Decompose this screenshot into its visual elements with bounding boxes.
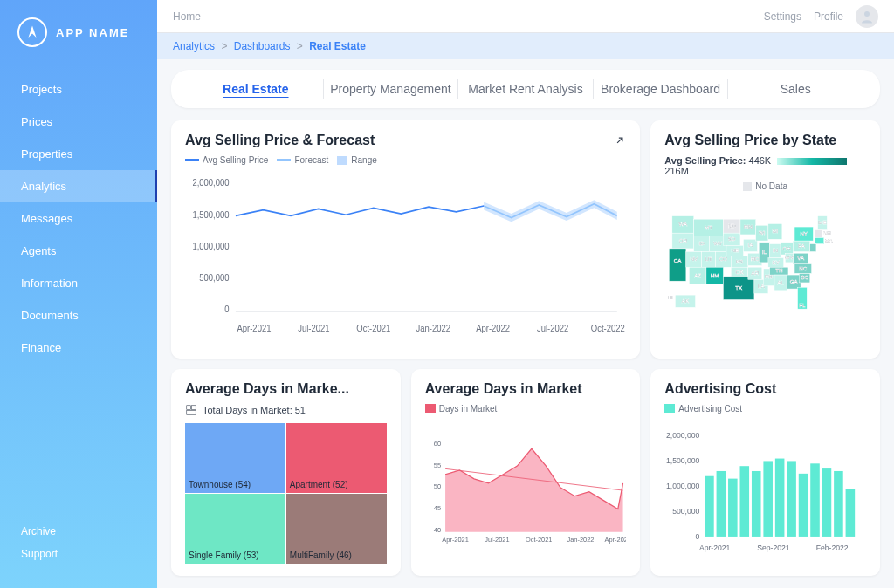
breadcrumb-analytics[interactable]: Analytics — [173, 40, 215, 52]
sidebar-support[interactable]: Support — [21, 543, 136, 565]
expand-icon[interactable] — [614, 134, 626, 147]
svg-text:HI: HI — [668, 295, 673, 301]
avatar[interactable] — [856, 5, 878, 28]
tab-real-estate[interactable]: Real Estate — [189, 79, 324, 99]
sidebar-item-agents[interactable]: Agents — [0, 235, 157, 267]
svg-text:2,000,000: 2,000,000 — [192, 178, 230, 188]
svg-rect-97 — [815, 238, 824, 244]
svg-rect-81 — [800, 274, 810, 284]
svg-rect-91 — [794, 227, 813, 241]
card-treemap: Average Days in Marke... Total Days in M… — [171, 369, 401, 576]
svg-rect-128 — [775, 458, 785, 536]
svg-text:Apr-2021: Apr-2021 — [237, 324, 271, 333]
svg-rect-69 — [768, 258, 784, 268]
sidebar-archive[interactable]: Archive — [21, 520, 136, 543]
card-map-title: Avg Selling Price by State — [664, 133, 836, 148]
sidebar-item-documents[interactable]: Documents — [0, 299, 157, 332]
sidebar-item-finance[interactable]: Finance — [0, 332, 157, 364]
treemap-icon — [185, 404, 197, 416]
content: Avg Selling Price & Forecast Avg Selling… — [157, 108, 894, 588]
svg-rect-27 — [686, 252, 702, 268]
svg-rect-41 — [726, 246, 744, 256]
tm-apartment[interactable]: Apartment (52) — [286, 423, 387, 493]
sidebar-footer: Archive Support — [0, 515, 157, 571]
svg-rect-85 — [794, 254, 809, 264]
settings-link[interactable]: Settings — [764, 10, 801, 23]
main: Home Settings Profile Analytics > Dashbo… — [157, 0, 894, 588]
svg-rect-67 — [770, 244, 781, 258]
logo-icon — [17, 17, 47, 47]
area-chart: 60 55 50 45 40 Apr-2021 Jul-2021 Oct-202… — [425, 417, 627, 564]
svg-rect-55 — [748, 268, 762, 280]
sidebar: APP NAME Projects Prices Properties Anal… — [0, 0, 157, 588]
logo: APP NAME — [0, 17, 157, 73]
sidebar-item-projects[interactable]: Projects — [0, 73, 157, 106]
tm-multifamily[interactable]: MultiFamily (46) — [286, 494, 387, 564]
svg-rect-21 — [694, 220, 724, 237]
profile-link[interactable]: Profile — [814, 10, 843, 23]
breadcrumb-dashboards[interactable]: Dashboards — [234, 40, 291, 52]
svg-rect-122 — [705, 476, 714, 537]
tab-sales[interactable]: Sales — [728, 79, 863, 99]
sidebar-item-properties[interactable]: Properties — [0, 138, 157, 170]
svg-rect-93 — [818, 216, 828, 230]
map-scale: Avg Selling Price: 446K 216M — [664, 155, 866, 176]
svg-rect-105 — [187, 410, 196, 414]
svg-text:Jul-2021: Jul-2021 — [298, 324, 329, 333]
svg-rect-73 — [774, 275, 787, 291]
card-area-title: Average Days in Market — [425, 381, 582, 397]
sidebar-item-messages[interactable]: Messages — [0, 202, 157, 235]
svg-rect-125 — [740, 466, 750, 537]
svg-rect-129 — [787, 461, 797, 536]
topbar: Home Settings Profile — [157, 0, 894, 33]
svg-text:0: 0 — [696, 532, 700, 541]
svg-text:MA: MA — [825, 237, 834, 243]
svg-rect-89 — [794, 241, 811, 251]
breadcrumb: Analytics > Dashboards > Real Estate — [157, 33, 894, 59]
svg-marker-7 — [484, 200, 617, 222]
svg-rect-17 — [672, 234, 694, 250]
tm-single-family[interactable]: Single Family (53) — [185, 494, 285, 564]
svg-rect-77 — [787, 275, 801, 289]
forecast-legend: Avg Selling Price Forecast Range — [185, 155, 626, 165]
tab-brokerage[interactable]: Brokerage Dashboard — [594, 79, 729, 99]
svg-rect-134 — [846, 489, 856, 537]
svg-text:60: 60 — [434, 440, 441, 448]
card-area: Average Days in Market Days in Market 60… — [411, 369, 641, 576]
svg-text:Apr-2022: Apr-2022 — [604, 536, 626, 544]
svg-rect-132 — [822, 468, 832, 537]
svg-text:500,000: 500,000 — [199, 273, 230, 283]
svg-rect-99 — [810, 244, 816, 252]
svg-text:Oct-2021: Oct-2021 — [356, 324, 390, 333]
card-bar-title: Advertising Cost — [664, 381, 776, 397]
home-link[interactable]: Home — [173, 10, 764, 23]
sidebar-item-prices[interactable]: Prices — [0, 106, 157, 138]
svg-rect-23 — [694, 236, 710, 252]
user-icon — [859, 9, 875, 24]
svg-text:55: 55 — [434, 462, 441, 469]
svg-rect-39 — [724, 234, 741, 246]
svg-text:1,000,000: 1,000,000 — [666, 482, 700, 490]
svg-text:Feb-2022: Feb-2022 — [816, 544, 849, 552]
svg-rect-103 — [187, 406, 191, 410]
svg-text:500,000: 500,000 — [673, 507, 700, 516]
app-name: APP NAME — [56, 26, 129, 39]
svg-text:Oct-2022: Oct-2022 — [591, 324, 625, 333]
svg-text:1,000,000: 1,000,000 — [192, 242, 230, 251]
tab-market-rent[interactable]: Market Rent Analysis — [458, 79, 594, 99]
treemap[interactable]: Townhouse (54) Apartment (52) Single Fam… — [185, 423, 387, 564]
svg-text:NH: NH — [823, 229, 831, 236]
sidebar-item-analytics[interactable]: Analytics — [0, 170, 157, 202]
svg-rect-49 — [740, 220, 756, 236]
svg-point-0 — [864, 11, 870, 17]
map-nodata: No Data — [664, 181, 866, 191]
svg-text:1,500,000: 1,500,000 — [666, 456, 700, 465]
tm-townhouse[interactable]: Townhouse (54) — [185, 423, 285, 493]
svg-rect-100 — [676, 295, 696, 307]
breadcrumb-current: Real Estate — [309, 40, 366, 52]
sidebar-item-information[interactable]: Information — [0, 267, 157, 299]
us-map[interactable]: WA OR CA MT ID WY NV UT CO AZ NM ND SD N… — [664, 195, 866, 346]
card-forecast-title: Avg Selling Price & Forecast — [185, 133, 375, 148]
tab-property-management[interactable]: Property Management — [324, 79, 459, 99]
svg-rect-71 — [770, 268, 788, 276]
